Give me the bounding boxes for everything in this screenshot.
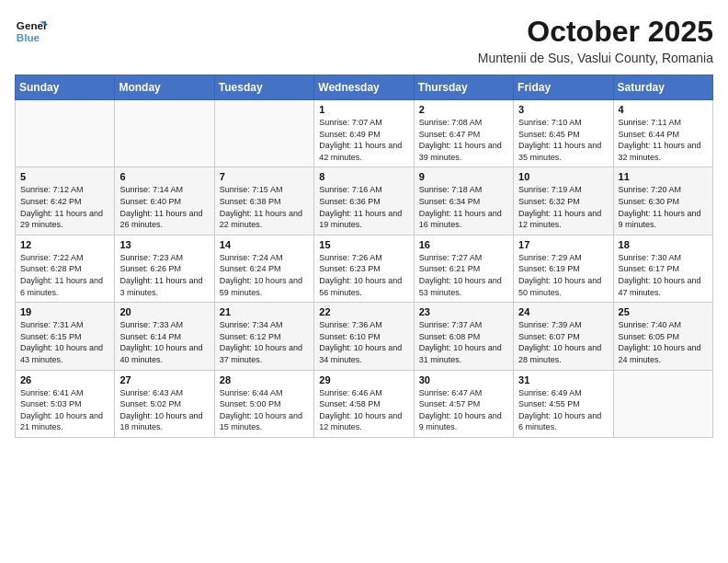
calendar-week-row: 26Sunrise: 6:41 AM Sunset: 5:03 PM Dayli… xyxy=(16,370,713,437)
calendar-cell: 2Sunrise: 7:08 AM Sunset: 6:47 PM Daylig… xyxy=(414,100,513,167)
day-info: Sunrise: 7:30 AM Sunset: 6:17 PM Dayligh… xyxy=(619,252,708,298)
calendar-week-row: 19Sunrise: 7:31 AM Sunset: 6:15 PM Dayli… xyxy=(16,303,713,370)
calendar-cell: 14Sunrise: 7:24 AM Sunset: 6:24 PM Dayli… xyxy=(214,235,313,302)
calendar-cell: 5Sunrise: 7:12 AM Sunset: 6:42 PM Daylig… xyxy=(16,167,115,235)
weekday-header: Thursday xyxy=(414,75,513,100)
calendar-week-row: 1Sunrise: 7:07 AM Sunset: 6:49 PM Daylig… xyxy=(16,100,713,167)
day-number: 19 xyxy=(20,306,109,317)
day-info: Sunrise: 7:40 AM Sunset: 6:05 PM Dayligh… xyxy=(619,319,708,365)
day-info: Sunrise: 7:19 AM Sunset: 6:32 PM Dayligh… xyxy=(518,184,608,230)
calendar-cell: 31Sunrise: 6:49 AM Sunset: 4:55 PM Dayli… xyxy=(514,370,613,437)
day-info: Sunrise: 6:41 AM Sunset: 5:03 PM Dayligh… xyxy=(20,387,109,433)
day-info: Sunrise: 7:37 AM Sunset: 6:08 PM Dayligh… xyxy=(419,319,508,365)
day-info: Sunrise: 7:24 AM Sunset: 6:24 PM Dayligh… xyxy=(220,252,309,298)
day-number: 24 xyxy=(518,306,608,317)
logo: General Blue xyxy=(15,15,48,48)
calendar-cell: 24Sunrise: 7:39 AM Sunset: 6:07 PM Dayli… xyxy=(514,303,613,370)
day-number: 14 xyxy=(220,239,309,250)
calendar-cell: 13Sunrise: 7:23 AM Sunset: 6:26 PM Dayli… xyxy=(115,235,214,302)
day-info: Sunrise: 7:23 AM Sunset: 6:26 PM Dayligh… xyxy=(119,252,209,298)
day-number: 31 xyxy=(518,374,608,385)
calendar-cell: 9Sunrise: 7:18 AM Sunset: 6:34 PM Daylig… xyxy=(414,167,513,235)
day-number: 10 xyxy=(518,171,608,182)
calendar-cell: 6Sunrise: 7:14 AM Sunset: 6:40 PM Daylig… xyxy=(115,167,214,235)
calendar-cell: 12Sunrise: 7:22 AM Sunset: 6:28 PM Dayli… xyxy=(16,235,115,302)
day-number: 2 xyxy=(419,104,508,115)
day-number: 22 xyxy=(319,306,408,317)
weekday-header: Saturday xyxy=(613,75,712,100)
calendar-cell: 26Sunrise: 6:41 AM Sunset: 5:03 PM Dayli… xyxy=(16,370,115,437)
day-number: 4 xyxy=(619,104,708,115)
weekday-header: Friday xyxy=(514,75,613,100)
day-number: 6 xyxy=(119,171,209,182)
calendar-week-row: 12Sunrise: 7:22 AM Sunset: 6:28 PM Dayli… xyxy=(16,235,713,302)
day-info: Sunrise: 7:39 AM Sunset: 6:07 PM Dayligh… xyxy=(518,319,608,365)
day-info: Sunrise: 7:36 AM Sunset: 6:10 PM Dayligh… xyxy=(319,319,408,365)
calendar-cell: 27Sunrise: 6:43 AM Sunset: 5:02 PM Dayli… xyxy=(115,370,214,437)
day-info: Sunrise: 7:15 AM Sunset: 6:38 PM Dayligh… xyxy=(220,184,309,230)
day-info: Sunrise: 7:22 AM Sunset: 6:28 PM Dayligh… xyxy=(20,252,109,298)
day-number: 26 xyxy=(20,374,109,385)
day-info: Sunrise: 7:31 AM Sunset: 6:15 PM Dayligh… xyxy=(20,319,109,365)
day-number: 9 xyxy=(419,171,508,182)
calendar-cell: 28Sunrise: 6:44 AM Sunset: 5:00 PM Dayli… xyxy=(214,370,313,437)
calendar-cell: 22Sunrise: 7:36 AM Sunset: 6:10 PM Dayli… xyxy=(314,303,414,370)
calendar-cell: 18Sunrise: 7:30 AM Sunset: 6:17 PM Dayli… xyxy=(613,235,712,302)
day-number: 23 xyxy=(419,306,508,317)
day-info: Sunrise: 7:29 AM Sunset: 6:19 PM Dayligh… xyxy=(518,252,608,298)
weekday-header-row: SundayMondayTuesdayWednesdayThursdayFrid… xyxy=(16,75,713,100)
day-info: Sunrise: 6:46 AM Sunset: 4:58 PM Dayligh… xyxy=(319,387,408,433)
weekday-header: Tuesday xyxy=(214,75,313,100)
calendar-cell: 16Sunrise: 7:27 AM Sunset: 6:21 PM Dayli… xyxy=(414,235,513,302)
weekday-header: Sunday xyxy=(16,75,115,100)
svg-text:General: General xyxy=(17,19,48,31)
calendar-cell: 11Sunrise: 7:20 AM Sunset: 6:30 PM Dayli… xyxy=(613,167,712,235)
day-info: Sunrise: 6:47 AM Sunset: 4:57 PM Dayligh… xyxy=(419,387,508,433)
calendar-week-row: 5Sunrise: 7:12 AM Sunset: 6:42 PM Daylig… xyxy=(16,167,713,235)
day-info: Sunrise: 6:43 AM Sunset: 5:02 PM Dayligh… xyxy=(119,387,209,433)
day-number: 30 xyxy=(419,374,508,385)
calendar-cell: 19Sunrise: 7:31 AM Sunset: 6:15 PM Dayli… xyxy=(16,303,115,370)
calendar-table: SundayMondayTuesdayWednesdayThursdayFrid… xyxy=(15,75,713,438)
calendar-cell xyxy=(214,100,313,167)
calendar-cell xyxy=(613,370,712,437)
day-number: 17 xyxy=(518,239,608,250)
day-number: 25 xyxy=(619,306,708,317)
svg-text:Blue: Blue xyxy=(17,31,40,43)
day-info: Sunrise: 7:26 AM Sunset: 6:23 PM Dayligh… xyxy=(319,252,408,298)
calendar-cell xyxy=(115,100,214,167)
day-number: 7 xyxy=(220,171,309,182)
day-number: 1 xyxy=(319,104,408,115)
calendar-cell: 23Sunrise: 7:37 AM Sunset: 6:08 PM Dayli… xyxy=(414,303,513,370)
calendar-cell: 21Sunrise: 7:34 AM Sunset: 6:12 PM Dayli… xyxy=(214,303,313,370)
day-info: Sunrise: 7:12 AM Sunset: 6:42 PM Dayligh… xyxy=(20,184,109,230)
calendar-cell: 1Sunrise: 7:07 AM Sunset: 6:49 PM Daylig… xyxy=(314,100,414,167)
day-number: 15 xyxy=(319,239,408,250)
calendar-cell: 3Sunrise: 7:10 AM Sunset: 6:45 PM Daylig… xyxy=(514,100,613,167)
day-number: 13 xyxy=(119,239,209,250)
day-number: 18 xyxy=(619,239,708,250)
calendar-cell: 4Sunrise: 7:11 AM Sunset: 6:44 PM Daylig… xyxy=(613,100,712,167)
calendar-cell: 20Sunrise: 7:33 AM Sunset: 6:14 PM Dayli… xyxy=(115,303,214,370)
day-info: Sunrise: 7:16 AM Sunset: 6:36 PM Dayligh… xyxy=(319,184,408,230)
day-number: 27 xyxy=(119,374,209,385)
day-number: 8 xyxy=(319,171,408,182)
weekday-header: Wednesday xyxy=(314,75,414,100)
calendar-cell: 25Sunrise: 7:40 AM Sunset: 6:05 PM Dayli… xyxy=(613,303,712,370)
day-info: Sunrise: 7:14 AM Sunset: 6:40 PM Dayligh… xyxy=(119,184,209,230)
day-number: 20 xyxy=(119,306,209,317)
day-number: 5 xyxy=(20,171,109,182)
title-block: October 2025 Muntenii de Sus, Vaslui Cou… xyxy=(478,15,713,65)
day-info: Sunrise: 7:20 AM Sunset: 6:30 PM Dayligh… xyxy=(619,184,708,230)
calendar-cell: 15Sunrise: 7:26 AM Sunset: 6:23 PM Dayli… xyxy=(314,235,414,302)
day-info: Sunrise: 7:27 AM Sunset: 6:21 PM Dayligh… xyxy=(419,252,508,298)
day-info: Sunrise: 6:49 AM Sunset: 4:55 PM Dayligh… xyxy=(518,387,608,433)
calendar-cell: 8Sunrise: 7:16 AM Sunset: 6:36 PM Daylig… xyxy=(314,167,414,235)
day-info: Sunrise: 7:18 AM Sunset: 6:34 PM Dayligh… xyxy=(419,184,508,230)
calendar-title: October 2025 xyxy=(478,15,713,49)
day-number: 21 xyxy=(220,306,309,317)
day-info: Sunrise: 6:44 AM Sunset: 5:00 PM Dayligh… xyxy=(220,387,309,433)
day-number: 12 xyxy=(20,239,109,250)
calendar-cell: 29Sunrise: 6:46 AM Sunset: 4:58 PM Dayli… xyxy=(314,370,414,437)
day-number: 11 xyxy=(619,171,708,182)
